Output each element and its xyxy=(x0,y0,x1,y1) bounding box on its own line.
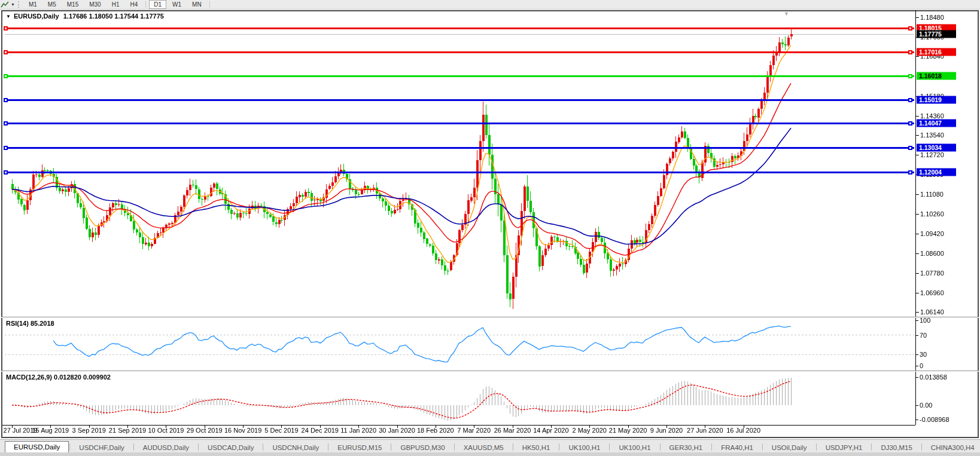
chart-tab-hk50-h1[interactable]: HK50,H1 xyxy=(514,443,559,453)
chart-plot-area[interactable] xyxy=(0,0,980,456)
pane-splitter-macd[interactable] xyxy=(1,371,979,372)
chart-tab-bar: EURUSD,DailyUSDCHF,DailyAUDUSD,DailyUSDC… xyxy=(0,439,980,453)
tab-divider xyxy=(921,443,922,451)
chart-tab-usdcad-daily[interactable]: USDCAD,Daily xyxy=(199,443,262,453)
chart-tab-usdcnh-daily[interactable]: USDCNH,Daily xyxy=(264,443,327,453)
tab-divider xyxy=(198,443,199,451)
tab-divider xyxy=(871,443,872,451)
tab-divider xyxy=(762,443,763,451)
chart-tab-fra40-h1[interactable]: FRA40,H1 xyxy=(713,443,762,453)
tab-divider xyxy=(816,443,817,451)
tab-divider xyxy=(609,443,610,451)
chart-tab-audusd-daily[interactable]: AUDUSD,Daily xyxy=(135,443,197,453)
chart-tab-dj30-m15[interactable]: DJ30,M15 xyxy=(872,443,920,453)
chart-tab-eurusd-m15[interactable]: EURUSD,M15 xyxy=(329,443,390,453)
chart-tab-usdchf-daily[interactable]: USDCHF,Daily xyxy=(71,443,132,453)
chart-tab-uk100-h1[interactable]: UK100,H1 xyxy=(560,443,608,453)
tab-divider xyxy=(660,443,661,451)
tab-divider xyxy=(454,443,455,451)
status-bar xyxy=(0,452,980,456)
mt4-terminal: ▼ M1M5M15M30H1H4D1W1MN ▼EURUSD,Daily1.17… xyxy=(0,0,980,456)
tab-divider xyxy=(391,443,391,451)
tab-divider xyxy=(133,443,134,451)
tab-divider xyxy=(263,443,263,451)
chart-tab-uk100-h1[interactable]: UK100,H1 xyxy=(610,443,659,453)
chart-tab-usdjpy-h1[interactable]: USDJPY,H1 xyxy=(817,443,871,453)
chart-tab-china300-h4[interactable]: CHINA300,H4 xyxy=(923,443,980,453)
tab-divider xyxy=(559,443,559,451)
pane-splitter-rsi[interactable] xyxy=(1,317,979,318)
tab-divider xyxy=(328,443,328,451)
chart-tab-usoil-daily[interactable]: USOil,Daily xyxy=(763,443,815,453)
tab-divider xyxy=(69,443,70,451)
tab-divider xyxy=(711,443,712,451)
chart-tab-ger30-h1[interactable]: GER30,H1 xyxy=(661,443,711,453)
chart-tab-xauusd-m5[interactable]: XAUUSD,M5 xyxy=(455,443,512,453)
chart-tab-gbpusd-m30[interactable]: GBPUSD,M30 xyxy=(392,443,453,453)
tab-divider xyxy=(513,443,513,451)
chart-tab-eurusd-daily[interactable]: EURUSD,Daily xyxy=(5,441,69,453)
